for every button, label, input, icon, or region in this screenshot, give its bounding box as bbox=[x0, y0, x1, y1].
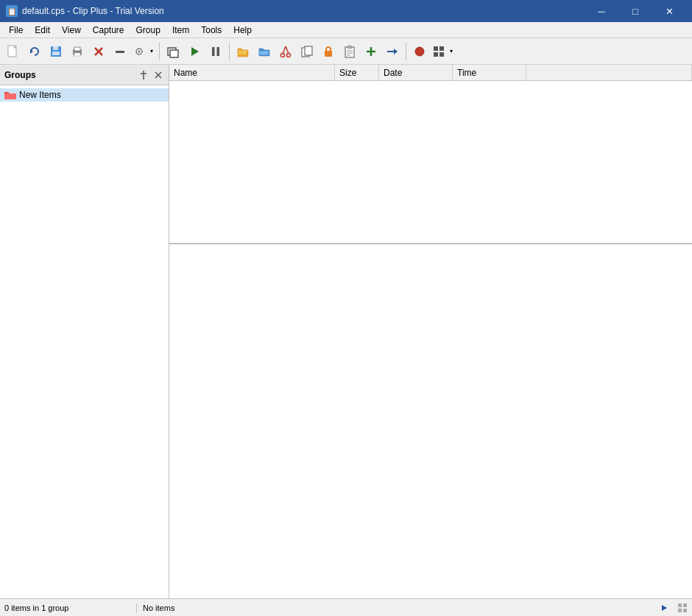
close-icon bbox=[155, 71, 162, 79]
menu-capture[interactable]: Capture bbox=[87, 22, 130, 38]
pause-button[interactable] bbox=[205, 41, 226, 62]
clipboard-button[interactable] bbox=[339, 41, 360, 62]
status-items-count: No items bbox=[137, 603, 655, 612]
grid-button[interactable] bbox=[431, 41, 447, 62]
grid-icon bbox=[433, 46, 445, 57]
sidebar-pin-button[interactable] bbox=[138, 69, 149, 81]
sidebar: Groups bbox=[0, 65, 169, 598]
items-list[interactable] bbox=[169, 81, 692, 243]
grid-dropdown-arrow[interactable]: ▾ bbox=[447, 41, 456, 62]
view-button[interactable] bbox=[131, 41, 147, 62]
svg-marker-43 bbox=[662, 605, 667, 611]
minus-button[interactable] bbox=[110, 41, 130, 62]
record-icon bbox=[413, 45, 426, 58]
svg-rect-26 bbox=[347, 46, 352, 49]
status-right bbox=[673, 603, 688, 613]
column-name[interactable]: Name bbox=[169, 65, 335, 80]
svg-point-18 bbox=[281, 53, 285, 57]
svg-marker-33 bbox=[394, 49, 398, 54]
svg-point-34 bbox=[415, 47, 424, 56]
cut-button[interactable] bbox=[275, 41, 296, 62]
maximize-button[interactable]: □ bbox=[618, 0, 652, 22]
grid-button-group: ▾ bbox=[431, 41, 456, 62]
open-icon bbox=[236, 45, 250, 58]
pin-icon bbox=[139, 71, 148, 79]
title-bar: 📋 default.cps - Clip Plus - Trial Versio… bbox=[0, 0, 692, 22]
separator-1 bbox=[159, 43, 160, 60]
refresh-button[interactable] bbox=[24, 41, 45, 62]
column-size[interactable]: Size bbox=[335, 65, 379, 80]
column-extra bbox=[526, 65, 692, 80]
sidebar-close-button[interactable] bbox=[152, 69, 164, 81]
save-button[interactable] bbox=[46, 41, 66, 62]
menu-help[interactable]: Help bbox=[227, 22, 258, 38]
play-icon bbox=[188, 45, 201, 58]
minimize-button[interactable]: ─ bbox=[585, 0, 618, 22]
record-button[interactable] bbox=[409, 41, 430, 62]
new-button[interactable] bbox=[3, 41, 24, 62]
svg-rect-35 bbox=[434, 46, 438, 51]
window-title: default.cps - Clip Plus - Trial Version bbox=[22, 6, 164, 16]
status-corner-icon bbox=[677, 603, 688, 613]
play-status-icon bbox=[660, 604, 668, 612]
table-header: Name Size Date Time bbox=[169, 65, 692, 81]
open-button[interactable] bbox=[233, 41, 253, 62]
svg-rect-36 bbox=[439, 46, 444, 51]
svg-line-21 bbox=[286, 46, 289, 54]
menu-view[interactable]: View bbox=[56, 22, 87, 38]
delete-button[interactable] bbox=[88, 41, 109, 62]
svg-rect-16 bbox=[212, 47, 215, 56]
column-date[interactable]: Date bbox=[379, 65, 453, 80]
minus-icon bbox=[113, 45, 127, 58]
copy-button[interactable] bbox=[297, 41, 317, 62]
svg-point-19 bbox=[287, 53, 291, 57]
print-button[interactable] bbox=[67, 41, 88, 62]
sidebar-title: Groups bbox=[4, 70, 36, 80]
save-icon bbox=[49, 45, 63, 58]
folder-icon bbox=[4, 90, 16, 100]
status-groups-count: 0 items in 1 group bbox=[4, 603, 137, 612]
svg-rect-17 bbox=[217, 47, 220, 56]
groups-list: New Items bbox=[0, 85, 169, 598]
content-area: Name Size Date Time bbox=[169, 65, 692, 598]
svg-rect-6 bbox=[74, 47, 80, 51]
menu-file[interactable]: File bbox=[3, 22, 29, 38]
close-button[interactable]: ✕ bbox=[652, 0, 686, 22]
menu-group[interactable]: Group bbox=[130, 22, 166, 38]
forward-button[interactable] bbox=[382, 41, 403, 62]
open-folder-button[interactable] bbox=[254, 41, 275, 62]
svg-rect-23 bbox=[305, 46, 312, 55]
status-play-button[interactable] bbox=[655, 604, 673, 612]
svg-rect-37 bbox=[434, 52, 438, 57]
svg-rect-7 bbox=[74, 53, 80, 56]
clipboard-icon bbox=[343, 45, 356, 58]
window-button[interactable] bbox=[163, 41, 183, 62]
svg-point-12 bbox=[138, 50, 141, 52]
separator-3 bbox=[406, 43, 406, 60]
view-dropdown-arrow[interactable]: ▾ bbox=[147, 41, 156, 62]
add-button[interactable] bbox=[361, 41, 381, 62]
group-label: New Items bbox=[19, 90, 61, 100]
menu-tools[interactable]: Tools bbox=[195, 22, 227, 38]
delete-icon bbox=[92, 45, 105, 58]
svg-rect-24 bbox=[325, 51, 332, 57]
menu-bar: File Edit View Capture Group Item Tools … bbox=[0, 22, 692, 38]
lock-icon bbox=[322, 45, 335, 58]
column-time[interactable]: Time bbox=[453, 65, 526, 80]
menu-edit[interactable]: Edit bbox=[29, 22, 56, 38]
app-icon: 📋 bbox=[6, 5, 18, 17]
svg-rect-38 bbox=[439, 52, 444, 57]
play-button[interactable] bbox=[184, 41, 205, 62]
items-section: Name Size Date Time bbox=[169, 65, 692, 244]
preview-panel bbox=[169, 244, 692, 598]
group-new-items[interactable]: New Items bbox=[0, 88, 169, 102]
sidebar-controls bbox=[138, 69, 164, 81]
copy-icon bbox=[300, 45, 314, 58]
svg-rect-14 bbox=[170, 50, 178, 57]
svg-rect-45 bbox=[683, 603, 687, 607]
lock-button[interactable] bbox=[318, 41, 339, 62]
svg-rect-46 bbox=[678, 609, 682, 612]
sidebar-header: Groups bbox=[0, 65, 169, 85]
menu-item[interactable]: Item bbox=[166, 22, 195, 38]
svg-marker-15 bbox=[191, 47, 199, 56]
